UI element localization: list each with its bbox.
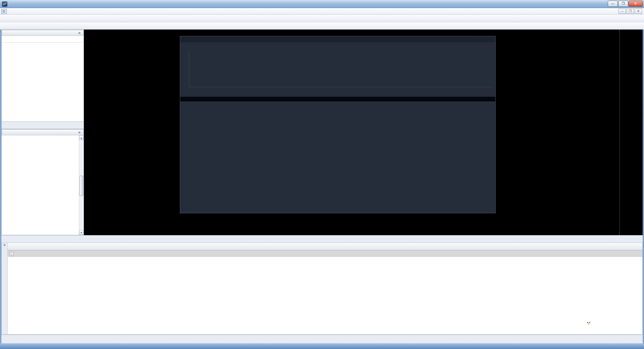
terminal-side-strip: ✕ [2,243,8,334]
market-watch-close-icon[interactable]: ✕ [77,31,82,35]
navigator-tabs [1,235,84,243]
navigator-panel: ✕ ▲ ▼ [1,129,84,235]
mtdriver-title-bar[interactable] [180,36,495,42]
chart-doc-icon [1,9,7,14]
navigator-tree [2,135,79,235]
market-watch-panel: ✕ [1,30,84,129]
market-watch-header: ✕ [2,30,84,36]
main-toolbar [0,15,644,22]
summary-arrow-icon: ↓ [10,252,14,256]
watermark [582,317,598,330]
penguin-icon [582,317,595,330]
title-bar[interactable]: — ❐ ✕ [0,0,644,8]
terminal-close-icon[interactable]: ✕ [3,244,6,247]
window-left-edge [0,30,1,343]
mtdriver-total-row [180,97,495,101]
price-axis[interactable] [619,30,644,235]
time-axis[interactable] [84,230,619,235]
orders-table-header[interactable] [8,243,642,250]
scroll-up-icon[interactable]: ▲ [79,135,84,140]
child-restore-button[interactable]: ❐ [627,9,634,14]
window-right-edge [643,30,644,343]
menu-bar: — ❐ ✕ [0,8,644,15]
chart-tab-bar [84,235,644,243]
mtdriver-menu [180,42,495,50]
minimize-button[interactable]: — [608,1,618,7]
child-close-button[interactable]: ✕ [635,9,642,14]
navigator-close-icon[interactable]: ✕ [77,131,82,134]
line-studies-toolbar [0,22,644,30]
status-bar [0,343,644,349]
equity-curve-chart [189,50,492,87]
scroll-down-icon[interactable]: ▼ [79,230,84,235]
market-watch-column-headers[interactable] [2,36,84,43]
terminal-tab-bar [1,335,643,343]
scrollbar-thumb[interactable] [80,176,83,196]
close-button[interactable]: ✕ [629,1,643,7]
maximize-button[interactable]: ❐ [618,1,628,7]
navigator-header: ✕ [2,129,84,135]
account-summary-row: ↓ [8,250,642,257]
mtdriver-table-header [180,92,495,97]
child-minimize-button[interactable]: — [618,9,626,14]
mt4-window: — ❐ ✕ — ❐ ✕ ✕ ✕ ▲ ▼ [0,0,644,349]
mtdriver-panel [180,36,496,213]
app-icon [2,1,7,7]
navigator-scrollbar[interactable]: ▲ ▼ [79,135,84,235]
terminal-panel: ✕ ↓ [1,243,643,335]
